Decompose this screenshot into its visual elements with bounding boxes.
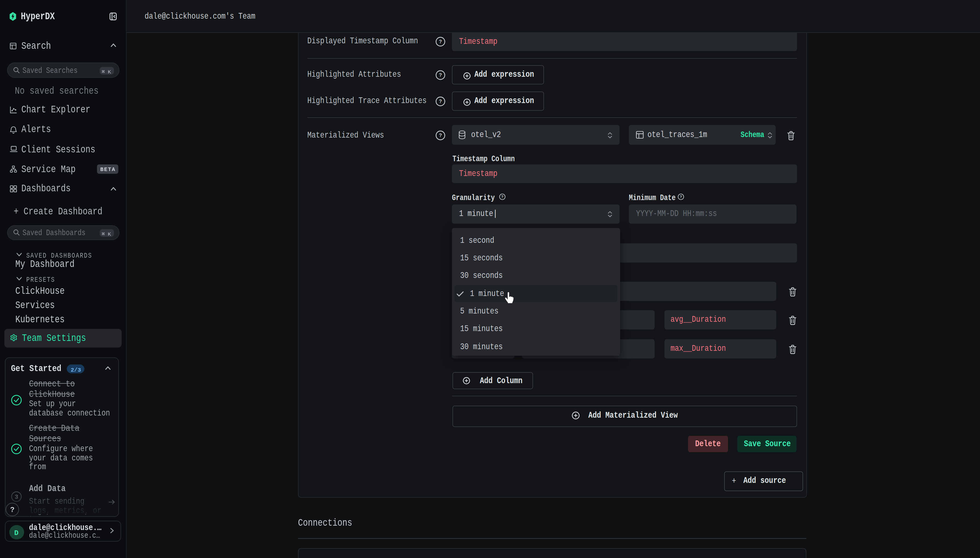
svg-text:?: ?	[439, 98, 442, 104]
svg-text:?: ?	[439, 72, 442, 77]
svg-text:?: ?	[439, 133, 442, 138]
svg-text:?: ?	[501, 195, 504, 199]
svg-text:?: ?	[439, 39, 442, 44]
svg-text:?: ?	[10, 505, 15, 514]
svg-text:?: ?	[680, 195, 682, 199]
